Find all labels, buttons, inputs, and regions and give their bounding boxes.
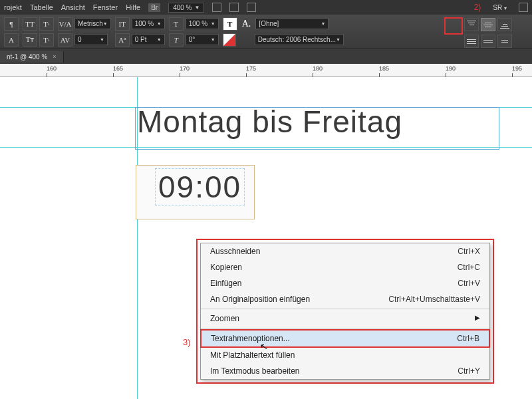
kerning-icon[interactable]: V/A	[58, 17, 72, 31]
menu-paste-in-place[interactable]: An Originalposition einfügenCtrl+Alt+Ums…	[201, 291, 489, 307]
char-style-dropdown[interactable]: [Ohne]▼	[255, 18, 329, 29]
ruler-tick: 160	[47, 65, 57, 72]
workspace-switcher[interactable]: SR ▾	[493, 4, 507, 11]
document-tabs: nt-1 @ 400 % ×	[0, 49, 532, 64]
zoom-dropdown[interactable]: 400 %▼	[168, 3, 204, 13]
ruler-tick: 165	[113, 65, 123, 72]
align-top-button[interactable]	[464, 18, 479, 31]
view-options-icon[interactable]	[229, 3, 239, 12]
vscale-input[interactable]: 100 %▼	[132, 18, 165, 29]
smallcaps-icon[interactable]: Tᴛ	[23, 33, 37, 47]
document-canvas[interactable]: Montag bis Freitag 1) 09:00 3) Ausschnei…	[0, 77, 532, 399]
fill-swatch-icon[interactable]: T	[223, 17, 237, 31]
close-icon[interactable]: ×	[53, 53, 56, 60]
ruler-tick: 195	[512, 65, 522, 72]
control-panel: ¶ A TT T1 Tᴛ T1 V/A Metrisch▼ AV 0▼ IT 1…	[0, 15, 532, 49]
document-tab[interactable]: nt-1 @ 400 % ×	[0, 51, 64, 63]
align-middle-button[interactable]	[481, 18, 495, 31]
menu-zoom[interactable]: Zoomen▶	[201, 311, 489, 327]
ruler-tick: 170	[180, 65, 190, 72]
submenu-arrow-icon: ▶	[475, 314, 480, 323]
allcaps-icon[interactable]: TT	[23, 17, 37, 31]
stroke-swatch-icon[interactable]	[223, 33, 236, 47]
char-style-icon[interactable]: A	[4, 33, 19, 47]
superscript-icon[interactable]: T1	[39, 17, 54, 31]
baseline-input[interactable]: 0 Pt▼	[132, 34, 165, 45]
cursor-icon: ↖	[259, 340, 269, 352]
guide-horizontal[interactable]	[0, 147, 532, 148]
vertical-align-group	[464, 17, 512, 49]
screen-mode-icon[interactable]	[212, 3, 221, 12]
annotation-2-highlight	[444, 17, 463, 35]
hscale-icon[interactable]: T	[169, 17, 184, 31]
menu-cut[interactable]: AusschneidenCtrl+X	[201, 243, 489, 259]
ruler-tick: 175	[246, 65, 256, 72]
headline-text[interactable]: Montag bis Freitag	[137, 104, 402, 140]
subscript-icon[interactable]: T1	[39, 33, 54, 47]
balance-button[interactable]	[497, 35, 512, 48]
tab-title: nt-1 @ 400 %	[7, 53, 47, 61]
menu-text-frame-options[interactable]: Textrahmenoptionen...Ctrl+B	[201, 331, 489, 346]
ruler-tick: 180	[313, 65, 323, 72]
bridge-icon[interactable]: Br	[148, 3, 160, 12]
time-text[interactable]: 09:00	[158, 170, 241, 204]
skew-input[interactable]: 0°▼	[186, 34, 219, 45]
context-menu: AusschneidenCtrl+X KopierenCtrl+C Einfüg…	[200, 243, 490, 380]
hscale-input[interactable]: 100 %▼	[186, 18, 219, 29]
annotation-2: 2)	[474, 3, 481, 12]
align-justify-button[interactable]	[464, 35, 479, 48]
tracking-input[interactable]: 0▼	[74, 34, 108, 45]
menu-copy[interactable]: KopierenCtrl+C	[201, 259, 489, 275]
menu-edit-story[interactable]: Im Textmodus bearbeitenCtrl+Y	[201, 363, 489, 379]
tracking-icon[interactable]: AV	[58, 33, 72, 47]
ruler-tick: 185	[379, 65, 389, 72]
columns-button[interactable]	[481, 35, 495, 48]
annotation-3-box: 3) AusschneidenCtrl+X KopierenCtrl+C Ein…	[196, 239, 494, 384]
menu-separator	[201, 328, 489, 329]
menu-item[interactable]: Ansicht	[61, 3, 85, 11]
menu-item[interactable]: rojekt	[4, 3, 22, 11]
menu-item[interactable]: Fenster	[93, 3, 118, 11]
search-icon[interactable]	[519, 3, 528, 12]
text-frame-time[interactable]: 1) 09:00	[136, 165, 255, 219]
menu-item[interactable]: Tabelle	[30, 3, 53, 11]
menu-fill-placeholder[interactable]: Mit Platzhaltertext füllen	[201, 347, 489, 363]
horizontal-ruler[interactable]: 160 165 170 175 180 185 190 195	[0, 64, 532, 77]
align-bottom-button[interactable]	[497, 18, 512, 31]
menu-item[interactable]: Hilfe	[126, 3, 140, 11]
ruler-tick: 190	[446, 65, 456, 72]
menu-separator	[201, 309, 489, 309]
vscale-icon[interactable]: IT	[115, 17, 130, 31]
annotation-3: 3)	[183, 337, 191, 347]
char-color-icon[interactable]: A.	[242, 19, 251, 29]
menubar: rojekt Tabelle Ansicht Fenster Hilfe Br …	[0, 0, 532, 15]
kerning-input[interactable]: Metrisch▼	[74, 18, 111, 29]
language-dropdown[interactable]: Deutsch: 2006 Rechtsch...▼	[255, 34, 344, 45]
skew-icon[interactable]: T	[169, 33, 184, 47]
menu-paste[interactable]: EinfügenCtrl+V	[201, 275, 489, 291]
para-style-icon[interactable]: ¶	[4, 17, 19, 31]
baseline-icon[interactable]: Aª	[115, 33, 130, 47]
arrange-icon[interactable]	[247, 3, 256, 12]
